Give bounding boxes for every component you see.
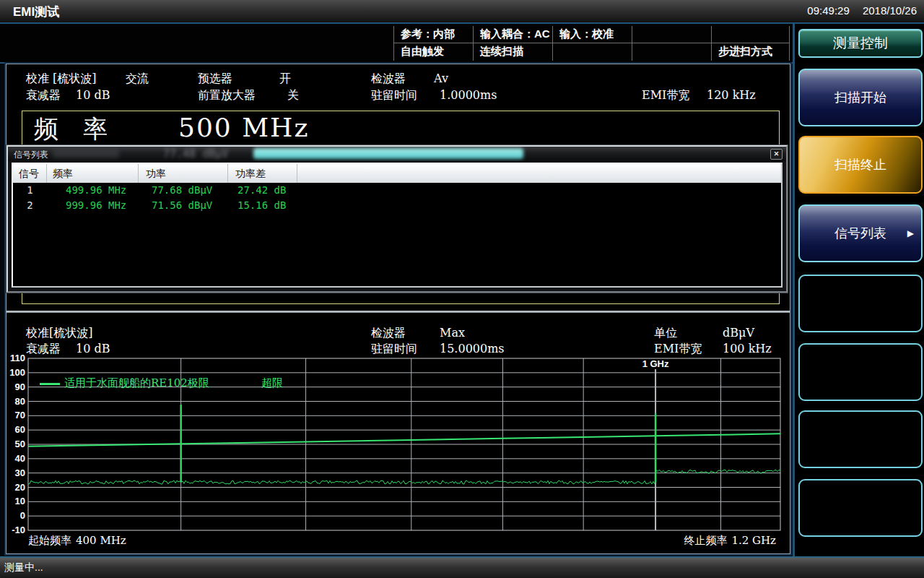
signal-list-window: 信号列表 77.48 dBμV ✕ 信号频率功率功率差 1499.96 MHz7… — [6, 145, 788, 293]
svg-text:70: 70 — [15, 410, 25, 420]
unit-value: dBμV — [723, 326, 754, 340]
lower-calibration: 校准[梳状波] — [26, 326, 92, 341]
frequency-value: 500 MHz — [178, 113, 309, 142]
status-cell — [552, 43, 632, 61]
preselector-value: 开 — [279, 72, 291, 87]
softkey-button-2[interactable]: 扫描终止 — [798, 136, 923, 194]
softkey-button-1[interactable]: 扫描开始 — [798, 69, 923, 126]
svg-text:90: 90 — [15, 381, 25, 392]
upper-detector-value: Av — [434, 72, 448, 85]
svg-text:1 GHz: 1 GHz — [642, 358, 669, 369]
softkey-button-5 — [798, 343, 923, 401]
status-table: 参考：内部输入耦合：AC输入：校准自由触发连续扫描步进扫方式 — [393, 26, 790, 61]
signal-cell: 77.68 dBμV — [139, 183, 228, 198]
signal-list-titlebar[interactable]: 信号列表 77.48 dBμV ✕ — [8, 147, 786, 161]
svg-text:30: 30 — [15, 467, 25, 478]
signal-column-header: 功率差 — [228, 164, 297, 183]
status-message: 测量中... — [4, 561, 43, 574]
start-frequency-readout: 起始频率400 MHz — [28, 534, 131, 548]
softkey-button-3[interactable]: 信号列表▶ — [798, 204, 923, 262]
softkey-panel: 测量控制 扫描开始扫描终止信号列表▶ — [793, 24, 924, 556]
signal-cell: 499.96 MHz — [47, 183, 139, 198]
start-frequency-label: 起始频率 — [28, 534, 71, 547]
signal-cell: 27.42 dB — [228, 183, 297, 198]
softkey-group-header[interactable]: 测量控制 — [798, 29, 923, 58]
sweep-progress-ghost-bar — [253, 148, 523, 159]
main-display: 校准 [梳状波] 交流 预选器 开 检波器 Av 衰减器 10 dB 前置放大器… — [6, 64, 790, 554]
svg-text:50: 50 — [15, 439, 25, 449]
upper-attenuator-value: 10 dB — [76, 88, 110, 102]
upper-detector-label: 检波器 — [371, 72, 406, 87]
frequency-label: 频 率 — [34, 113, 108, 146]
softkey-button-6 — [798, 410, 923, 468]
upper-coupling: 交流 — [126, 72, 149, 87]
clock-time: 09:49:29 — [807, 4, 849, 17]
signal-cell: 2 — [13, 198, 47, 213]
signal-list-content: 信号频率功率功率差 1499.96 MHz77.68 dBμV27.42 dB2… — [12, 163, 783, 288]
upper-attenuator-label: 衰减器 — [26, 88, 61, 103]
svg-text:10: 10 — [15, 496, 25, 506]
blurred-level-readout: 77.48 dBμV — [163, 147, 228, 160]
legend-limit-label: 适用于水面舰船的RE102极限 — [64, 376, 209, 390]
svg-text:60: 60 — [15, 424, 25, 435]
softkey-button-4 — [798, 275, 923, 332]
signal-cell: 15.16 dB — [228, 198, 297, 213]
preselector-label: 预选器 — [198, 72, 232, 87]
svg-text:-10: -10 — [12, 525, 25, 535]
panel-divider — [6, 311, 790, 313]
status-cell: 参考：内部 — [393, 26, 473, 43]
status-cell: 输入：校准 — [552, 26, 632, 43]
signal-list-title: 信号列表 — [14, 149, 48, 161]
emi-test-app: EMI测试 09:49:29 2018/10/26 参考：内部输入耦合：AC输入… — [0, 0, 924, 578]
signal-row[interactable]: 2999.96 MHz71.56 dBμV15.16 dB — [13, 198, 781, 213]
status-cell: 输入耦合：AC — [473, 26, 552, 43]
signal-table-body: 1499.96 MHz77.68 dBμV27.42 dB2999.96 MHz… — [13, 183, 781, 213]
status-cell — [711, 26, 789, 43]
blurred-background-blob — [53, 150, 119, 158]
preamp-value: 关 — [287, 88, 299, 103]
signal-row[interactable]: 1499.96 MHz77.68 dBμV27.42 dB — [13, 183, 781, 198]
svg-text:100: 100 — [9, 367, 25, 378]
clock-date: 2018/10/26 — [863, 4, 917, 17]
status-band: 参考：内部输入耦合：AC输入：校准自由触发连续扫描步进扫方式 — [0, 24, 924, 64]
svg-text:0: 0 — [20, 510, 25, 521]
svg-text:40: 40 — [15, 453, 25, 464]
upper-dwell-label: 驻留时间 — [371, 88, 417, 103]
signal-column-header: 信号 — [13, 164, 47, 183]
stop-frequency-readout: 终止频率1.2 GHz — [684, 534, 780, 548]
close-icon[interactable]: ✕ — [770, 149, 783, 160]
upper-emi-bw-value: 120 kHz — [707, 88, 756, 102]
submenu-arrow-icon: ▶ — [907, 206, 914, 261]
signal-cell: 1 — [13, 183, 47, 198]
app-title: EMI测试 — [13, 4, 59, 20]
status-bar: 测量中... — [0, 556, 924, 578]
svg-text:110: 110 — [10, 353, 25, 363]
stop-frequency-label: 终止频率 — [684, 534, 727, 547]
upper-emi-bw-label: EMI带宽 — [642, 88, 689, 103]
stop-frequency-value: 1.2 GHz — [731, 534, 776, 547]
preamp-label: 前置放大器 — [198, 88, 256, 103]
status-cell: 自由触发 — [393, 43, 473, 61]
legend-overlimit-label: 超限 — [261, 376, 283, 390]
signal-column-header: 频率 — [47, 164, 139, 183]
signal-cell: 71.56 dBμV — [139, 198, 228, 213]
signal-column-header: 功率 — [139, 164, 228, 183]
status-cell: 步进扫方式 — [711, 43, 789, 61]
status-cell — [632, 26, 711, 43]
clock: 09:49:29 2018/10/26 — [797, 4, 917, 17]
start-frequency-value: 400 MHz — [76, 534, 126, 547]
status-cell — [632, 43, 711, 61]
upper-calibration: 校准 [梳状波] — [26, 72, 97, 87]
signal-table-header: 信号频率功率功率差 — [13, 164, 781, 183]
status-cell: 连续扫描 — [473, 43, 552, 61]
upper-dwell-value: 1.0000ms — [440, 88, 497, 102]
lower-detector-label: 检波器 — [371, 326, 406, 341]
unit-label: 单位 — [654, 326, 677, 341]
signal-cell: 999.96 MHz — [47, 198, 139, 213]
svg-text:80: 80 — [15, 396, 25, 407]
softkey-button-7 — [798, 479, 923, 537]
limit-line-swatch — [40, 383, 60, 385]
svg-text:20: 20 — [15, 482, 25, 493]
window-titlebar: EMI测试 09:49:29 2018/10/26 — [0, 0, 924, 24]
lower-detector-value: Max — [440, 326, 465, 340]
